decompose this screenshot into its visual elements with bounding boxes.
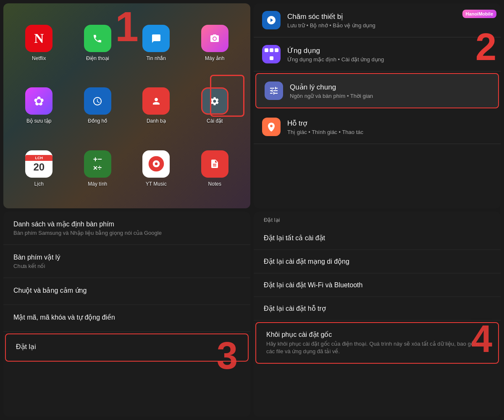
reset-tat-ca-title: Đặt lại tất cả cài đặt xyxy=(264,234,491,242)
svg-point-0 xyxy=(213,37,216,39)
app-danhba[interactable]: Danh bạ xyxy=(127,74,186,137)
app-netflix[interactable]: N Netflix xyxy=(10,12,68,74)
mayanh-label: Máy ảnh xyxy=(205,55,224,61)
app-mayanh[interactable]: Máy ảnh xyxy=(186,12,244,74)
quadrant-settings-menu: Chăm sóc thiết bị Lưu trữ • Bộ nhớ • Bảo… xyxy=(254,3,501,208)
quadrant-app-grid: N Netflix Điện thoại Tin nhắn Máy ảnh ✿ … xyxy=(3,3,250,208)
chuot-title: Chuột và bảng cảm ứng xyxy=(13,286,240,294)
reset-mang-title: Đặt lại cài đặt mạng di động xyxy=(264,257,491,265)
app-dienthoai[interactable]: Điện thoại xyxy=(68,12,127,74)
maytinh-label: Máy tính xyxy=(88,181,107,187)
ung-dung-subtitle: Ứng dụng mặc định • Cài đặt ứng dụng xyxy=(287,56,492,63)
lich-label: Lịch xyxy=(34,181,44,187)
reset-khoi-phuc[interactable]: Khôi phục cài đặt gốc Hãy khôi phục cài … xyxy=(255,322,499,364)
cham-soc-text: Chăm sóc thiết bị Lưu trữ • Bộ nhớ • Bảo… xyxy=(287,12,492,29)
reset-wifi-title: Đặt lại cài đặt Wi-Fi và Bluetooth xyxy=(264,281,491,289)
mat-ma-title: Mật mã, mã khóa và tự động điền xyxy=(13,313,240,321)
bosuutap-label: Bộ sưu tập xyxy=(26,118,51,124)
menu-danh-sach[interactable]: Danh sách và mặc định bàn phím Bàn phím … xyxy=(3,212,250,245)
svg-point-3 xyxy=(155,163,158,165)
quan-ly-icon xyxy=(265,81,283,100)
notes-icon xyxy=(201,150,228,178)
dienthoai-label: Điện thoại xyxy=(86,55,109,61)
app-ytmusic[interactable]: YT Music xyxy=(127,137,186,200)
settings-ho-tro[interactable]: Hỗ trợ Thị giác • Thính giác • Thao tác xyxy=(254,110,501,144)
app-tinnhan[interactable]: Tin nhắn xyxy=(127,12,186,74)
cham-soc-title: Chăm sóc thiết bị xyxy=(287,12,492,21)
menu-ban-phim-vat-ly[interactable]: Bàn phím vật lý Chưa kết nối xyxy=(3,245,250,278)
ban-phim-subtitle: Chưa kết nối xyxy=(13,263,240,269)
ung-dung-icon xyxy=(262,45,281,63)
dongho-icon xyxy=(84,87,111,115)
ytmusic-label: YT Music xyxy=(146,181,167,187)
danh-sach-subtitle: Bàn phím Samsung và Nhập liệu bằng giọng… xyxy=(13,230,240,236)
quadrant-general-management: Danh sách và mặc định bàn phím Bàn phím … xyxy=(3,212,250,417)
khoi-phuc-title: Khôi phục cài đặt gốc xyxy=(266,331,488,339)
dongho-label: Đồng hồ xyxy=(88,118,107,124)
app-lich[interactable]: LCH 20 Lịch xyxy=(10,137,68,200)
ho-tro-text: Hỗ trợ Thị giác • Thính giác • Thao tác xyxy=(287,119,492,135)
bosuutap-icon: ✿ xyxy=(25,87,52,115)
maytinh-icon: +−×÷ xyxy=(84,150,111,178)
dienthoai-icon xyxy=(84,25,111,52)
ung-dung-text: Ứng dụng Ứng dụng mặc định • Cài đặt ứng… xyxy=(287,46,492,63)
quan-ly-subtitle: Ngôn ngữ và bàn phím • Thời gian xyxy=(290,93,490,99)
ytmusic-icon xyxy=(142,150,170,178)
cham-soc-icon xyxy=(262,11,281,29)
menu-dat-lai[interactable]: Đặt lại xyxy=(5,333,249,362)
settings-quan-ly[interactable]: Quản lý chung Ngôn ngữ và bàn phím • Thờ… xyxy=(255,73,499,108)
reset-mang[interactable]: Đặt lại cài đặt mạng di động xyxy=(254,250,501,273)
app-caidat[interactable]: Cài đặt xyxy=(186,74,244,137)
app-notes[interactable]: Notes xyxy=(186,137,244,200)
settings-cham-soc[interactable]: Chăm sóc thiết bị Lưu trữ • Bộ nhớ • Bảo… xyxy=(254,3,501,37)
reset-ho-tro-title: Đặt lại cài đặt hỗ trợ xyxy=(264,304,491,312)
quan-ly-title: Quản lý chung xyxy=(290,83,490,92)
hanoi-badge: HanoiMobile xyxy=(462,10,496,18)
netflix-icon: N xyxy=(25,25,52,52)
reset-ho-tro[interactable]: Đặt lại cài đặt hỗ trợ xyxy=(254,297,501,320)
app-bosuutap[interactable]: ✿ Bộ sưu tập xyxy=(10,74,68,137)
ho-tro-title: Hỗ trợ xyxy=(287,119,492,128)
quan-ly-text: Quản lý chung Ngôn ngữ và bàn phím • Thờ… xyxy=(290,83,490,99)
danh-sach-title: Danh sách và mặc định bàn phím xyxy=(13,220,240,228)
caidat-label: Cài đặt xyxy=(207,118,223,124)
settings-ung-dung[interactable]: Ứng dụng Ứng dụng mặc định • Cài đặt ứng… xyxy=(254,37,501,71)
reset-wifi[interactable]: Đặt lại cài đặt Wi-Fi và Bluetooth xyxy=(254,273,501,297)
notes-label: Notes xyxy=(208,181,221,187)
ban-phim-title: Bàn phím vật lý xyxy=(13,253,240,261)
dat-lai-title: Đặt lại xyxy=(16,343,238,351)
app-grid-container: N Netflix Điện thoại Tin nhắn Máy ảnh ✿ … xyxy=(3,3,250,208)
step-2-number: 2 xyxy=(475,26,496,69)
menu-chuot[interactable]: Chuột và bảng cảm ứng xyxy=(3,278,250,305)
cham-soc-subtitle: Lưu trữ • Bộ nhớ • Bảo vệ ứng dụng xyxy=(287,22,492,29)
ho-tro-icon xyxy=(262,118,281,136)
tinnhan-icon xyxy=(142,25,170,52)
tinnhan-label: Tin nhắn xyxy=(146,55,166,61)
section-dat-lai-label: Đặt lại xyxy=(254,212,501,226)
khoi-phuc-subtitle: Hãy khôi phục cài đặt gốc của điện thoại… xyxy=(266,340,488,355)
netflix-label: Netflix xyxy=(32,55,46,61)
quadrant-reset-options: Đặt lại Đặt lại tất cả cài đặt Đặt lại c… xyxy=(254,212,501,417)
app-dongho[interactable]: Đồng hồ xyxy=(68,74,127,137)
mayanh-icon xyxy=(201,25,228,52)
danhba-icon xyxy=(142,87,170,115)
ho-tro-subtitle: Thị giác • Thính giác • Thao tác xyxy=(287,129,492,135)
lich-icon: LCH 20 xyxy=(25,150,52,178)
app-maytinh[interactable]: +−×÷ Máy tính xyxy=(68,137,127,200)
danhba-label: Danh bạ xyxy=(147,118,166,124)
menu-mat-ma[interactable]: Mật mã, mã khóa và tự động điền xyxy=(3,305,250,332)
reset-tat-ca[interactable]: Đặt lại tất cả cài đặt xyxy=(254,226,501,250)
ung-dung-title: Ứng dụng xyxy=(287,46,492,55)
caidat-icon xyxy=(201,87,228,115)
